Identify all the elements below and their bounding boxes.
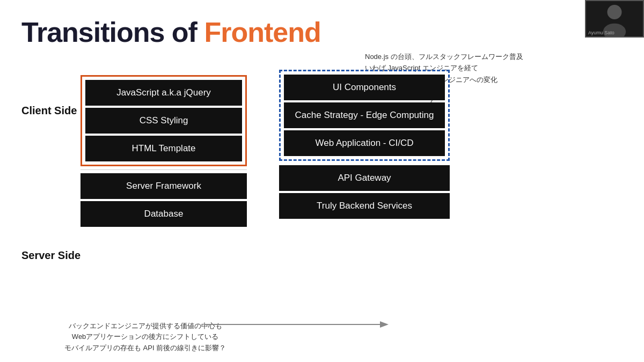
box-api-gateway: API Gateway	[279, 165, 450, 191]
arrow-bottom	[204, 308, 397, 341]
box-cache-strategy: Cache Strategy - Edge Computing	[284, 102, 445, 128]
box-ui-components: UI Components	[284, 75, 445, 100]
server-side-label: Server Side	[21, 249, 80, 262]
box-truly-backend: Truly Backend Services	[279, 193, 450, 219]
left-column: Client Side Server Side JavaScript a.k.a…	[21, 70, 247, 227]
box-javascript: JavaScript a.k.a jQuery	[85, 80, 242, 106]
right-column: UI Components Cache Strategy - Edge Comp…	[279, 70, 450, 227]
page-title: Transitions of Frontend	[21, 16, 623, 48]
client-side-label: Client Side	[21, 105, 77, 117]
camera-thumbnail: Ayumu Sato	[585, 0, 644, 38]
svg-point-1	[608, 5, 622, 19]
box-css: CSS Styling	[85, 108, 242, 134]
annotation-bottom: バックエンドエンジニアが提供する価値の中心も Webアプリケーションの後方にシフ…	[64, 321, 226, 354]
box-server-framework: Server Framework	[80, 173, 247, 199]
title-part2: Frontend	[204, 17, 320, 48]
title-part1: Transitions of	[21, 17, 204, 48]
server-boxes: Server Framework Database	[80, 173, 247, 227]
right-solo-boxes: API Gateway Truly Backend Services	[279, 165, 450, 219]
box-database: Database	[80, 201, 247, 227]
client-group-box: JavaScript a.k.a jQuery CSS Styling HTML…	[80, 75, 247, 166]
slide: Ayumu Sato Transitions of Frontend Node.…	[0, 0, 644, 362]
right-group-box: UI Components Cache Strategy - Edge Comp…	[279, 70, 450, 161]
box-html: HTML Template	[85, 136, 242, 161]
box-web-application: Web Application - CI/CD	[284, 130, 445, 156]
camera-label: Ayumu Sato	[588, 30, 614, 35]
